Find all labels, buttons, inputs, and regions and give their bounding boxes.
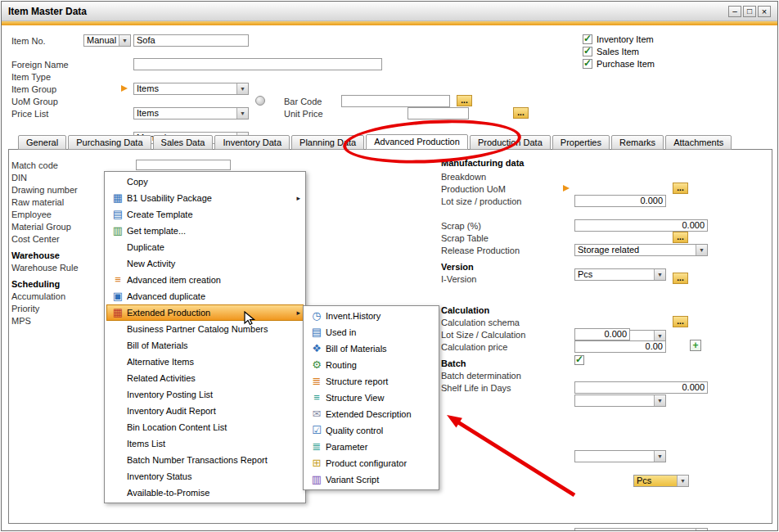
context-menu-item[interactable]: Batch Number Transactions Report [106, 452, 304, 468]
submenu-item[interactable]: ▥ Variant Script [305, 471, 437, 488]
context-menu-item[interactable]: Inventory Posting List [106, 386, 304, 403]
menu-item-label: Advanced item creation [127, 275, 292, 285]
item-no-mode-value: Manual [87, 35, 116, 45]
calculation-schema-dropdown[interactable] [574, 450, 666, 462]
lot-size-production-input[interactable]: 0.000 [574, 195, 666, 207]
menu-item-label: B1 Usability Package [127, 193, 292, 203]
submenu-item[interactable]: ☑ Quality control [305, 422, 437, 439]
context-menu-item[interactable]: ▤ Create Template [106, 206, 304, 223]
i-version-ellipsis-button[interactable]: ... [673, 273, 688, 284]
foreign-name-input[interactable] [133, 58, 382, 70]
context-menu-item[interactable]: ▣ Advanced duplicate [106, 288, 304, 304]
context-menu-item[interactable]: Bill of Materials [106, 337, 304, 354]
menu-item-label: Related Activities [127, 373, 292, 383]
batch-determination-dropdown[interactable]: Automatic batch determin [574, 528, 708, 531]
submenu-item[interactable]: ◷ Invent.History [305, 308, 437, 324]
item-type-label: Item Type [11, 72, 51, 82]
bar-code-input[interactable] [341, 95, 450, 107]
lot-size-calculation-input[interactable]: 0.000 [574, 328, 630, 340]
scrap-input[interactable]: 0.000 [574, 219, 708, 232]
calculation-schema-label: Calculation schema [441, 318, 520, 327]
tab-label: Attachments [673, 138, 723, 147]
submenu-item[interactable]: ❖ Bill of Materials [305, 340, 437, 357]
context-menu-item[interactable]: Related Activities [106, 370, 304, 386]
routing-icon: ⚙ [308, 358, 326, 372]
context-menu-item[interactable]: Bin Location Content List [106, 419, 304, 435]
grid-plus-icon[interactable] [690, 340, 701, 351]
submenu-item[interactable]: ≣ Structure report [305, 373, 437, 390]
context-menu-item[interactable]: Duplicate [106, 239, 304, 255]
item-no-input[interactable]: Sofa [133, 34, 249, 47]
item-flag-checkbox[interactable] [583, 47, 592, 56]
submenu-item[interactable]: ⚙ Routing [305, 357, 437, 373]
context-menu-item[interactable]: Business Partner Catalog Numbers [106, 321, 304, 337]
item-type-dropdown[interactable]: Items [133, 83, 249, 95]
item-type-value: Items [137, 83, 159, 93]
variant-script-icon: ▥ [308, 472, 326, 487]
shelf-life-label: Shelf Life in Days [441, 383, 511, 393]
submenu-item[interactable]: ▤ Used in [305, 324, 437, 340]
submenu-item-label: Bill of Materials [326, 344, 426, 354]
submenu-item[interactable]: ≡ Structure View [305, 390, 437, 406]
calculation-price-input[interactable]: 0.00 [574, 340, 666, 353]
submenu-item-label: Extended Description [326, 409, 426, 419]
calculation-schema-ellipsis-button[interactable]: ... [673, 316, 688, 327]
submenu-item[interactable]: ⊞ Product configurator [305, 455, 437, 471]
item-no-mode-dropdown[interactable]: Manual [83, 34, 131, 47]
tab[interactable]: Properties [552, 135, 610, 150]
tab[interactable]: Inventory Data [214, 135, 290, 150]
link-arrow-icon[interactable] [563, 185, 570, 192]
item-flag-checkbox[interactable] [583, 34, 592, 44]
production-uom-dropdown[interactable]: Pcs [574, 268, 666, 281]
field-input[interactable] [136, 160, 231, 170]
submenu-item[interactable]: ✉ Extended Description [305, 406, 437, 422]
production-uom-ellipsis-button[interactable]: ... [673, 183, 688, 194]
tab[interactable]: Planning Data [291, 135, 364, 150]
context-menu-item[interactable]: Copy [106, 174, 304, 190]
context-menu-item[interactable]: Inventory Audit Report [106, 403, 304, 419]
release-production-label: Release Production [441, 246, 520, 255]
tab[interactable]: Production Data [470, 135, 551, 150]
context-menu-item[interactable]: ≡ Advanced item creation [106, 272, 304, 288]
breakdown-dropdown[interactable]: Storage related [574, 244, 708, 256]
item-no-label: Item No. [11, 36, 46, 46]
tab[interactable]: Remarks [611, 135, 664, 150]
context-menu-item[interactable]: Available-to-Promise [106, 485, 304, 501]
tab[interactable]: Sales Data [153, 135, 214, 150]
shelf-life-input[interactable]: 0.000 [574, 381, 708, 394]
i-version-dropdown[interactable] [574, 394, 666, 407]
menu-item-label: Business Partner Catalog Numbers [127, 324, 292, 334]
submenu-item-label: Structure View [326, 393, 426, 403]
maximize-button[interactable] [743, 6, 756, 17]
item-group-dropdown[interactable]: Items [133, 107, 249, 119]
lot-size-calculation-uom-dropdown[interactable]: Pcs [633, 475, 689, 487]
scrap-table-ellipsis-button[interactable]: ... [673, 232, 688, 243]
tab[interactable]: Attachments [665, 135, 732, 150]
foreign-name-label: Foreign Name [11, 60, 69, 70]
unit-price-ellipsis-button[interactable]: ... [513, 107, 529, 119]
item-flag-checkbox[interactable] [583, 59, 592, 69]
tab[interactable]: Purchasing Data [68, 135, 151, 150]
context-menu-item[interactable]: ▥ Get template... [106, 223, 304, 239]
submenu-item-label: Quality control [326, 426, 426, 435]
link-arrow-icon[interactable] [121, 85, 128, 92]
context-menu-item[interactable]: ▦ B1 Usability Package [106, 190, 304, 206]
extended-description-icon: ✉ [308, 407, 326, 422]
submenu-item[interactable]: ≣ Parameter [305, 439, 437, 455]
context-menu-item[interactable]: Alternative Items [106, 354, 304, 370]
release-production-checkbox[interactable] [574, 355, 584, 365]
context-menu-item[interactable]: ▦ Extended Production [106, 304, 304, 321]
minimize-button[interactable] [728, 6, 741, 17]
bar-code-ellipsis-button[interactable]: ... [457, 95, 472, 106]
uom-circle-icon [255, 96, 265, 106]
context-menu-item[interactable]: Items List [106, 435, 304, 452]
menu-item-label: Inventory Audit Report [127, 406, 292, 416]
unit-price-input[interactable] [408, 107, 469, 119]
tab-strip: General Purchasing Data Sales Data Inven… [18, 134, 731, 150]
context-menu-item[interactable]: New Activity [106, 255, 304, 272]
close-button[interactable] [758, 6, 771, 17]
tab[interactable]: General [18, 135, 66, 150]
tab[interactable]: Advanced Production [366, 134, 468, 150]
scrap-table-label: Scrap Table [441, 233, 489, 243]
context-menu-item[interactable]: Inventory Status [106, 468, 304, 485]
